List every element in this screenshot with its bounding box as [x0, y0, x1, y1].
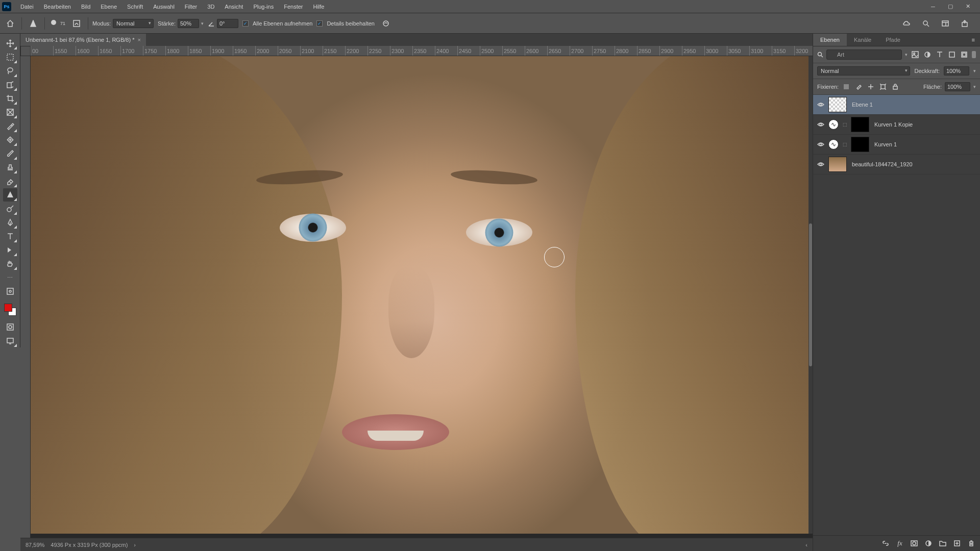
layer-row[interactable]: ⬚ Kurven 1 Kopie [813, 115, 980, 135]
canvas[interactable] [31, 56, 808, 534]
checkbox-icon[interactable] [242, 20, 249, 27]
menu-item[interactable]: Hilfe [308, 2, 329, 12]
menu-item[interactable]: Ebene [95, 2, 122, 12]
visibility-toggle[interactable] [816, 120, 825, 129]
layer-name[interactable]: Ebene 1 [850, 102, 977, 108]
share-icon[interactable] [958, 16, 972, 31]
color-swatches[interactable] [3, 303, 17, 317]
ruler-origin[interactable] [20, 46, 31, 56]
document-info[interactable]: 4936 Px x 3319 Px (300 ppcm) [51, 542, 128, 548]
zoom-level[interactable]: 87,59% [26, 542, 44, 548]
visibility-toggle[interactable] [816, 160, 825, 169]
layer-name[interactable]: Kurven 1 Kopie [872, 121, 977, 128]
adjustment-layer-icon[interactable] [924, 539, 933, 548]
filter-type-icon[interactable] [935, 50, 944, 59]
layer-name[interactable]: beautiful-1844724_1920 [850, 161, 977, 167]
menu-item[interactable]: Bearbeiten [39, 2, 76, 12]
hand-tool[interactable] [3, 257, 17, 270]
group-icon[interactable] [938, 539, 947, 548]
panel-menu-icon[interactable]: ≡ [967, 34, 980, 46]
scrollbar-vertical[interactable] [808, 56, 813, 534]
menu-item[interactable]: Plug-ins [248, 2, 279, 12]
lock-pixels-icon[interactable] [842, 82, 851, 91]
lasso-tool[interactable] [3, 64, 17, 78]
chevron-down-icon[interactable]: ▾ [973, 68, 976, 73]
adjustment-icon[interactable] [828, 119, 839, 130]
adjustment-icon[interactable] [828, 139, 839, 149]
eyedropper-tool[interactable] [3, 119, 17, 133]
eraser-tool[interactable] [3, 174, 17, 188]
healing-tool[interactable] [3, 133, 17, 146]
path-tool[interactable] [3, 243, 17, 257]
home-icon[interactable] [3, 16, 17, 31]
filter-image-icon[interactable] [911, 50, 920, 59]
ruler-horizontal[interactable]: 0015501600165017001750180018501900195020… [31, 46, 813, 56]
layer-row[interactable]: beautiful-1844724_1920 [813, 155, 980, 174]
opacity-input[interactable]: 100% [944, 66, 969, 76]
menu-item[interactable]: Schrift [122, 2, 148, 12]
preserve-details[interactable]: Details beibehalten [316, 20, 375, 27]
marquee-tool[interactable] [3, 51, 17, 64]
menu-item[interactable]: Auswahl [148, 2, 180, 12]
filter-toggle[interactable] [972, 51, 976, 58]
pen-tool[interactable] [3, 216, 17, 229]
layer-style-icon[interactable]: fx [895, 539, 904, 548]
menu-item[interactable]: Ansicht [219, 2, 248, 12]
menu-item[interactable]: Bild [76, 2, 95, 12]
trash-icon[interactable] [967, 539, 976, 548]
angle-input[interactable]: 0° [217, 19, 238, 28]
layer-thumbnail[interactable] [828, 97, 847, 112]
close-icon[interactable]: × [137, 37, 140, 43]
document-tab[interactable]: Unbenannt-1 bei 87,6% (Ebene 1, RGB/8) *… [20, 34, 146, 46]
ruler-vertical[interactable] [20, 56, 31, 538]
lock-artboard-icon[interactable] [878, 82, 888, 91]
quickmask-icon[interactable] [3, 320, 17, 334]
filter-adjust-icon[interactable] [923, 50, 932, 59]
layer-row[interactable]: Ebene 1 [813, 95, 980, 115]
stamp-tool[interactable] [3, 161, 17, 174]
tab-channels[interactable]: Kanäle [847, 34, 878, 46]
lock-all-icon[interactable] [891, 82, 900, 91]
chevron-down-icon[interactable]: ▾ [905, 52, 908, 57]
brush-panel-icon[interactable] [69, 16, 84, 31]
layer-thumbnail[interactable] [828, 157, 847, 172]
blur-tool[interactable] [3, 188, 17, 202]
tab-layers[interactable]: Ebenen [813, 34, 847, 46]
minimize-button[interactable]: ─ [927, 2, 939, 11]
mask-thumbnail[interactable] [851, 137, 869, 152]
layer-mask-icon[interactable] [910, 539, 919, 548]
chevron-down-icon[interactable]: ▾ [201, 21, 204, 26]
close-button[interactable]: ✕ [962, 2, 974, 11]
foreground-color[interactable] [4, 304, 12, 312]
workspace-icon[interactable] [938, 16, 952, 31]
checkbox-icon[interactable] [316, 20, 323, 27]
layer-row[interactable]: ⬚ Kurven 1 [813, 135, 980, 155]
visibility-toggle[interactable] [816, 140, 825, 149]
crop-tool[interactable] [3, 92, 17, 105]
menu-item[interactable]: Fenster [279, 2, 308, 12]
more-tools[interactable]: ⋯ [3, 271, 17, 284]
layer-name[interactable]: Kurven 1 [872, 141, 977, 147]
filter-shape-icon[interactable] [947, 50, 957, 59]
brush-picker[interactable]: 71 [49, 19, 65, 28]
sample-all-layers[interactable]: Alle Ebenen aufnehmen [242, 20, 312, 27]
scroll-thumb[interactable] [809, 223, 812, 367]
chevron-right-icon[interactable]: › [134, 542, 136, 548]
menu-item[interactable]: Filter [180, 2, 202, 12]
pressure-icon[interactable] [379, 16, 393, 31]
lock-paint-icon[interactable] [854, 82, 863, 91]
new-layer-icon[interactable] [952, 539, 962, 548]
link-icon[interactable]: ⬚ [842, 141, 848, 148]
mode-select[interactable]: Normal [113, 19, 154, 28]
strength-input[interactable]: 50% [178, 19, 199, 28]
menu-item[interactable]: 3D [202, 2, 219, 12]
layer-filter-select[interactable]: Art [826, 49, 902, 60]
maximize-button[interactable]: ▢ [944, 2, 957, 11]
brush-tool[interactable] [3, 147, 17, 160]
visibility-toggle[interactable] [816, 100, 825, 109]
chevron-down-icon[interactable]: ▾ [973, 84, 976, 89]
filter-smartobj-icon[interactable] [960, 50, 969, 59]
cloud-icon[interactable] [899, 16, 914, 31]
selection-tool[interactable] [3, 78, 17, 91]
tool-preset-icon[interactable] [26, 16, 40, 31]
